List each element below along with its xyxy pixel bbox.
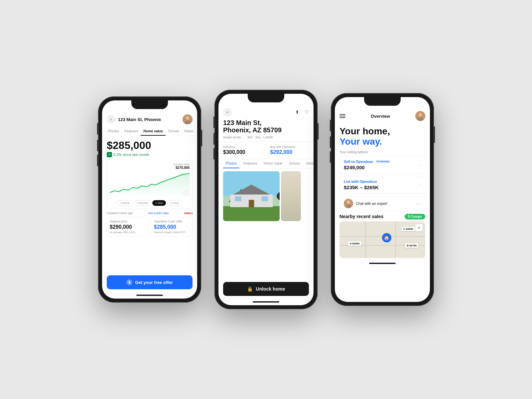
- p2-specs: Single family · 3bd 2ba 1,800ft: [223, 135, 309, 139]
- preliminary-badge: Preliminary: [375, 160, 391, 163]
- p3-header: Overview: [335, 110, 430, 124]
- p1-cards: Highest price $290,000 on january 29th, …: [107, 217, 193, 237]
- p1-updated: Updated 10min ago See public data ARMLS: [107, 211, 193, 215]
- p2-action-icons: ⬆ ♡: [295, 109, 309, 115]
- p2-address: 123 Main St, Phoenix, AZ 85709 Single fa…: [218, 119, 314, 142]
- change-icon: ↗: [107, 152, 112, 157]
- unlock-home-button[interactable]: 🔒 Unlock home: [223, 282, 309, 296]
- get-free-offer-button[interactable]: $ Get your free offer: [107, 275, 193, 289]
- buy-with-value: $292,000: [270, 149, 309, 155]
- phone3-content: Overview Your home, Your way. Yo: [335, 110, 430, 302]
- map-label-c: C $282k: [402, 227, 415, 231]
- share-icon[interactable]: ⬆: [295, 109, 299, 115]
- option1-title: Sell to Opendoor Preliminary: [344, 160, 391, 164]
- expert-label: Chat with an expert: [356, 201, 413, 205]
- nearby-title: Nearby recent sales: [339, 214, 383, 219]
- tab-features[interactable]: Features: [122, 127, 141, 136]
- map-expand-button[interactable]: ⤢: [415, 224, 423, 231]
- chart-nav: 1 Month 6 Months 1 Year 5 Years: [110, 200, 190, 206]
- sell-to-opendoor-option[interactable]: Sell to Opendoor Preliminary $249,000 ›: [339, 156, 425, 174]
- highest-price-card: Highest price $290,000 on january 29th, …: [107, 217, 148, 237]
- option1-chevron: ›: [419, 162, 421, 168]
- p2-tab-features[interactable]: Features: [241, 159, 260, 168]
- chart-area: October 2020 $275,000: [107, 160, 193, 209]
- highest-price-sub: on january 29th, 2021: [110, 231, 145, 234]
- phone-2: ‹ ⬆ ♡ 123 Main St, Phoenix, AZ 85709 Sin…: [214, 90, 318, 309]
- p3-map[interactable]: A $280k B $278k C $282k 🏠 ⤢: [339, 221, 425, 258]
- p3-headline: Your home, Your way.: [335, 124, 430, 150]
- home-indicator-3: [335, 260, 430, 267]
- home-bar-3: [369, 263, 396, 264]
- p3-avatar: [415, 111, 425, 121]
- p1-avatar: [183, 114, 193, 124]
- menu-button[interactable]: [339, 114, 345, 118]
- back-button[interactable]: ‹: [107, 115, 115, 124]
- home-bar-1: [136, 295, 163, 296]
- phone-3: Overview Your home, Your way. Yo: [331, 93, 434, 306]
- p2-photo-main: ›: [223, 171, 280, 221]
- p2-tab-school[interactable]: School: [286, 159, 302, 168]
- p2-back-button[interactable]: ‹: [223, 108, 232, 116]
- phone2-content: ‹ ⬆ ♡ 123 Main St, Phoenix, AZ 85709 Sin…: [218, 106, 314, 305]
- cash-offer-sub: Expires tonight 12AM PST: [154, 231, 190, 234]
- p2-tab-photos[interactable]: Photos: [223, 159, 239, 168]
- favorite-icon[interactable]: ♡: [305, 109, 309, 115]
- p3-options: Sell to Opendoor Preliminary $249,000 › …: [335, 156, 430, 194]
- tab-photos[interactable]: Photos: [105, 127, 122, 136]
- p2-prices: List price $300,000 Buy with Opendoor $2…: [218, 142, 314, 159]
- more-options-button[interactable]: ···: [416, 201, 421, 206]
- list-price-label: List price: [223, 145, 262, 149]
- home-indicator-2: [218, 299, 314, 305]
- home-bar-2: [253, 301, 279, 303]
- p3-nearby: Nearby recent sales 5 Comps: [335, 211, 430, 221]
- svg-point-1: [186, 116, 189, 120]
- buy-with-label: Buy with Opendoor: [270, 145, 309, 149]
- tab-history[interactable]: Histor...: [182, 127, 197, 136]
- p1-price: $285,000: [107, 140, 193, 151]
- list-with-opendoor-option[interactable]: List with Opendoor $235K – $265K ›: [339, 176, 425, 194]
- headline-line1: Your home,: [339, 126, 425, 137]
- selling-options-label: Your selling options: [335, 150, 430, 156]
- phone-2-screen: ‹ ⬆ ♡ 123 Main St, Phoenix, AZ 85709 Sin…: [218, 94, 314, 305]
- buy-with-col: Buy with Opendoor $292,000: [270, 145, 309, 155]
- overview-label: Overview: [371, 114, 390, 119]
- timeframe-1month[interactable]: 1 Month: [117, 200, 133, 206]
- p2-header: ‹ ⬆ ♡: [218, 106, 314, 119]
- cash-offer-card: Opendoor Cash Offer $285,000 Expires ton…: [151, 217, 193, 237]
- highest-price-label: Highest price: [110, 220, 145, 223]
- chart-price-label: $275,000: [110, 166, 190, 170]
- dollar-icon: $: [126, 279, 132, 285]
- p1-change: ↗ 0.2% since last month: [107, 152, 193, 157]
- headline-line2: Your way.: [339, 137, 425, 147]
- p1-tabs: Photos Features Home value School Histor…: [102, 127, 197, 136]
- list-price-col: List price $300,000: [223, 145, 262, 155]
- nav-arrows[interactable]: ‹ ›: [182, 191, 189, 196]
- timeframe-1year[interactable]: 1 Year: [152, 200, 166, 206]
- home-indicator-1: [102, 292, 197, 299]
- armls-logo: ARMLS: [184, 212, 193, 215]
- notch-3: [364, 97, 401, 106]
- tab-school[interactable]: School: [166, 127, 182, 136]
- p2-tab-homevalue[interactable]: Home value: [261, 159, 285, 168]
- svg-point-4: [419, 113, 422, 116]
- p2-tab-history[interactable]: Histor...: [304, 159, 314, 168]
- cash-offer-value: $285,000: [154, 224, 190, 230]
- timeframe-5years[interactable]: 5 Years: [167, 200, 182, 206]
- comps-badge[interactable]: 5 Comps: [405, 214, 425, 219]
- option2-title: List with Opendoor: [344, 180, 379, 184]
- chart-label: October 2020: [110, 163, 190, 166]
- highest-price-value: $290,000: [110, 224, 145, 230]
- notch-2: [248, 94, 284, 102]
- timeframe-6months[interactable]: 6 Months: [134, 200, 151, 206]
- p2-tabs: Photos Features Home value School Histor…: [218, 159, 314, 169]
- option2-price: $235K – $265K: [344, 185, 379, 190]
- lock-icon: 🔒: [247, 286, 253, 292]
- svg-point-7: [347, 200, 350, 204]
- phone-1-screen: ‹ 123 Main St, Phoenix Photos Features: [102, 100, 197, 299]
- chat-expert-row[interactable]: Chat with an expert ···: [339, 196, 425, 211]
- phone-3-screen: Overview Your home, Your way. Yo: [335, 97, 430, 302]
- p1-main: $285,000 ↗ 0.2% since last month October…: [102, 136, 197, 292]
- map-road-v1: [365, 221, 366, 258]
- home-pin: 🏠: [382, 233, 391, 242]
- tab-home-value[interactable]: Home value: [141, 127, 166, 136]
